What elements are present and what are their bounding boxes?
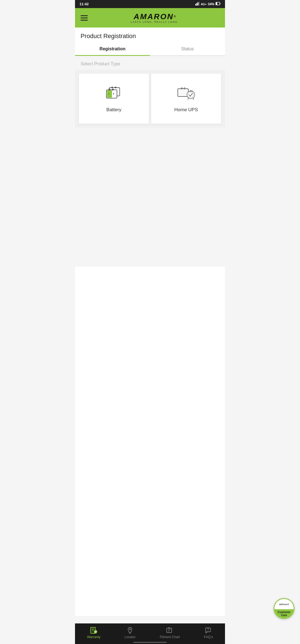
home-ups-label: Home UPS [174,107,198,113]
svg-text:★ ★: ★ ★ [190,90,193,91]
product-cards: − + Battery + [75,70,225,128]
svg-rect-9 [115,87,116,88]
fitment-icon: − + [166,627,173,634]
svg-rect-1 [196,3,197,6]
svg-text:?: ? [207,628,209,631]
status-bar: 11:42 4G+ 34% [75,0,225,8]
bottom-indicator [133,642,167,643]
battery-card[interactable]: − + Battery [79,74,149,124]
nav-item-locator[interactable]: Locator [121,626,139,640]
svg-rect-0 [195,4,196,6]
svg-text:+: + [181,88,182,90]
battery-icon [216,2,221,6]
network-label: 4G+ [201,3,207,6]
locator-icon [126,627,134,634]
page-content: Product Registration Registration Status… [75,28,225,616]
status-time: 11:42 [79,2,89,6]
svg-rect-8 [111,87,113,88]
battery-label: 34% [208,2,214,6]
nav-item-faqs[interactable]: ? FAQ's [201,626,216,640]
battery-icon: − + [104,85,124,103]
faqs-label: FAQ's [204,635,213,639]
fitment-label: Fitment Chart [160,635,180,639]
menu-button[interactable] [79,14,89,22]
svg-rect-3 [199,2,199,6]
nav-item-warranty[interactable]: Warranty [84,626,104,640]
signal-icon [195,2,200,6]
battery-label: Battery [106,107,121,113]
page-title: Product Registration [75,28,225,43]
svg-rect-2 [198,2,198,6]
svg-text:+: + [113,92,114,95]
svg-rect-5 [216,3,217,5]
svg-rect-16 [178,89,188,96]
svg-text:−: − [108,92,109,95]
svg-rect-12 [112,89,114,90]
empty-area [75,128,225,267]
svg-point-32 [129,629,131,630]
bottom-nav: Warranty Locator − + Fitment Chart [75,623,225,644]
logo-text: AMARON® [89,12,221,21]
home-ups-card[interactable]: + ★ ★ [151,74,221,124]
status-right: 4G+ 34% [195,2,221,6]
warranty-icon [90,627,97,634]
locator-label: Locator [124,635,136,639]
ups-icon: + ★ ★ [176,85,196,103]
svg-text:+: + [171,628,172,630]
svg-rect-11 [109,89,110,90]
tab-registration[interactable]: Registration [75,43,150,55]
section-label: Select Product Type [75,56,225,70]
app-header: AMARON® LASTS LONG, REALLY LONG. [75,8,225,28]
nav-item-fitment[interactable]: − + Fitment Chart [156,626,183,640]
logo-tagline: LASTS LONG, REALLY LONG. [89,21,221,23]
svg-rect-6 [220,3,221,4]
warranty-label: Warranty [87,635,100,639]
tab-status[interactable]: Status [150,43,225,55]
logo-reg: ® [174,15,176,18]
logo-container: AMARON® LASTS LONG, REALLY LONG. [89,12,221,23]
tabs-container: Registration Status [75,43,225,56]
svg-rect-35 [168,627,169,629]
faqs-icon: ? [205,627,212,634]
